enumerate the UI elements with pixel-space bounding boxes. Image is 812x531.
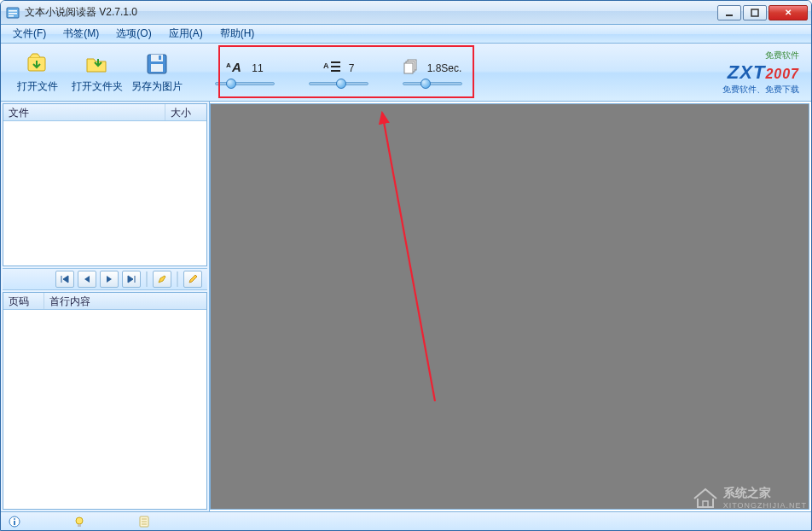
- pages-icon: [403, 59, 420, 77]
- separator: [146, 271, 148, 287]
- highlight-button[interactable]: [153, 271, 171, 288]
- file-list-header: 文件 大小: [3, 104, 206, 121]
- last-page-button[interactable]: [122, 271, 141, 288]
- svg-rect-24: [78, 524, 81, 527]
- logo-link[interactable]: 免费软件: [722, 50, 799, 61]
- svg-point-21: [14, 518, 15, 520]
- titlebar: 文本小说阅读器 V2.7.1.0 ✕: [1, 1, 811, 25]
- nav-toolbar: [3, 268, 207, 290]
- menu-file[interactable]: 文件(F): [4, 25, 55, 43]
- font-size-value: 11: [252, 62, 263, 74]
- line-spacing-control[interactable]: A 7: [296, 59, 381, 85]
- page-list-header: 页码 首行内容: [3, 293, 206, 310]
- open-folder-button[interactable]: 打开文件夹: [67, 50, 127, 94]
- svg-rect-5: [751, 9, 758, 16]
- edit-button[interactable]: [183, 271, 202, 288]
- close-button[interactable]: ✕: [768, 5, 808, 20]
- reader-content[interactable]: [210, 103, 809, 510]
- svg-rect-10: [159, 55, 161, 60]
- font-size-icon: AA: [226, 59, 245, 77]
- menu-help[interactable]: 帮助(H): [212, 25, 264, 43]
- window-controls: ✕: [717, 5, 808, 20]
- menu-app[interactable]: 应用(A): [160, 25, 212, 43]
- logo-main: ZXT2007: [722, 61, 799, 84]
- toolbar: 打开文件 打开文件夹 另存为图片 AA 11: [1, 44, 811, 102]
- col-size[interactable]: 大小: [165, 104, 206, 120]
- svg-rect-2: [9, 13, 17, 15]
- interval-control[interactable]: 1.8Sec.: [390, 59, 475, 85]
- menu-bookmark[interactable]: 书签(M): [55, 25, 107, 43]
- minimize-button[interactable]: [717, 5, 741, 20]
- svg-point-23: [76, 517, 83, 524]
- line-spacing-icon: A: [323, 59, 342, 77]
- open-file-button[interactable]: 打开文件: [8, 50, 67, 94]
- col-firstline[interactable]: 首行内容: [44, 293, 206, 309]
- separator: [177, 271, 178, 287]
- next-page-button[interactable]: [100, 271, 119, 288]
- svg-text:A: A: [231, 60, 241, 74]
- page-list-panel: 页码 首行内容: [3, 292, 207, 510]
- save-as-image-label: 另存为图片: [127, 79, 187, 94]
- statusbar: [1, 511, 811, 530]
- interval-slider[interactable]: [403, 82, 462, 85]
- svg-rect-3: [9, 15, 14, 17]
- file-list-body[interactable]: [3, 121, 206, 266]
- svg-text:A: A: [226, 61, 231, 69]
- line-spacing-slider[interactable]: [309, 82, 368, 85]
- svg-rect-22: [14, 521, 15, 525]
- line-spacing-value: 7: [349, 62, 355, 74]
- svg-rect-9: [151, 64, 163, 72]
- bulb-icon[interactable]: [72, 515, 86, 528]
- brand-logo[interactable]: 免费软件 ZXT2007 免费软件、免费下载: [722, 50, 804, 96]
- col-file[interactable]: 文件: [3, 104, 165, 120]
- save-as-image-button[interactable]: 另存为图片: [127, 50, 187, 94]
- page-list-body[interactable]: [3, 310, 206, 509]
- sidebar: 文件 大小 页码 首行内容: [1, 102, 210, 511]
- prev-page-button[interactable]: [78, 271, 96, 288]
- logo-subtitle: 免费软件、免费下载: [722, 84, 799, 96]
- maximize-button[interactable]: [743, 5, 767, 20]
- app-window: 文本小说阅读器 V2.7.1.0 ✕ 文件(F) 书签(M) 选项(O) 应用(…: [0, 0, 812, 531]
- font-size-slider[interactable]: [215, 82, 275, 85]
- font-size-control[interactable]: AA 11: [202, 59, 287, 85]
- save-icon: [143, 50, 171, 78]
- menu-options[interactable]: 选项(O): [107, 25, 160, 43]
- col-page[interactable]: 页码: [3, 293, 44, 309]
- app-icon: [6, 6, 20, 20]
- first-page-button[interactable]: [55, 271, 74, 288]
- menubar: 文件(F) 书签(M) 选项(O) 应用(A) 帮助(H): [1, 25, 811, 44]
- file-list-panel: 文件 大小: [3, 103, 207, 266]
- svg-rect-1: [9, 10, 17, 12]
- window-title: 文本小说阅读器 V2.7.1.0: [25, 5, 717, 20]
- svg-rect-4: [726, 15, 733, 16]
- note-icon[interactable]: [137, 515, 151, 528]
- open-file-label: 打开文件: [8, 79, 67, 94]
- svg-rect-19: [404, 63, 413, 73]
- open-folder-label: 打开文件夹: [67, 79, 127, 94]
- interval-value: 1.8Sec.: [427, 62, 462, 74]
- svg-text:A: A: [323, 61, 329, 70]
- body-area: 文件 大小 页码 首行内容: [1, 102, 811, 511]
- info-icon[interactable]: [8, 515, 21, 528]
- open-file-icon: [24, 50, 51, 78]
- slider-area: AA 11 A 7: [202, 59, 475, 85]
- open-folder-icon: [84, 50, 111, 78]
